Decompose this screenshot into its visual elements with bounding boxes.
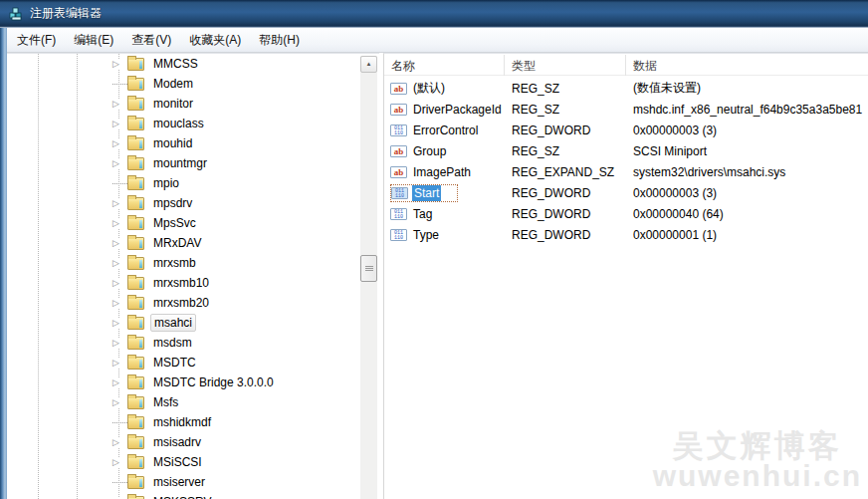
column-header-type[interactable]: 类型	[505, 55, 626, 76]
window-title: 注册表编辑器	[30, 5, 102, 22]
dword-value-icon: 011110	[390, 125, 407, 136]
value-data: 0x00000001 (1)	[626, 228, 868, 242]
value-row-imagepath[interactable]: abImagePathREG_EXPAND_SZsystem32\drivers…	[384, 161, 868, 182]
value-row--[interactable]: ab(默认)REG_SZ(数值未设置)	[384, 78, 868, 99]
chevron-right-icon[interactable]: ▷	[112, 458, 127, 467]
folder-icon	[127, 476, 144, 489]
value-row-type[interactable]: 011110TypeREG_DWORD0x00000001 (1)	[384, 224, 868, 245]
tree-item-msiserver[interactable]: msiserver	[7, 472, 379, 492]
tree-item-mpio[interactable]: mpio	[7, 173, 379, 193]
menu-item-favorites[interactable]: 收藏夹(A)	[180, 29, 250, 52]
menu-item-help[interactable]: 帮助(H)	[250, 29, 309, 52]
value-row-start[interactable]: 011110StartREG_DWORD0x00000003 (3)	[384, 182, 868, 203]
chevron-right-icon[interactable]: ▷	[112, 359, 127, 368]
folder-icon	[127, 396, 144, 409]
folder-icon	[127, 237, 144, 250]
tree-items: ▷MMCSSModem▷monitor▷mouclass▷mouhid▷moun…	[7, 54, 379, 499]
tree-item-msdtc[interactable]: ▷MSDTC	[7, 353, 379, 373]
chevron-right-icon[interactable]: ▷	[112, 438, 127, 447]
tree-vertical-scrollbar[interactable]: ▲	[360, 56, 377, 499]
tree-item-mshidkmdf[interactable]: mshidkmdf	[7, 412, 379, 432]
tree-item-label: mouclass	[150, 116, 207, 131]
chevron-right-icon[interactable]: ▷	[112, 239, 127, 248]
scrollbar-thumb[interactable]	[360, 255, 377, 282]
tree-leaf-connector	[112, 183, 127, 184]
registry-editor-icon	[8, 6, 24, 22]
menu-item-edit[interactable]: 编辑(E)	[65, 29, 122, 52]
tree-item-monitor[interactable]: ▷monitor	[7, 94, 379, 114]
registry-editor-window: 注册表编辑器 文件(F)编辑(E)查看(V)收藏夹(A)帮助(H) ▷MMCSS…	[0, 0, 868, 499]
value-name-cell: abDriverPackageId	[384, 102, 505, 118]
chevron-right-icon[interactable]: ▷	[112, 378, 127, 387]
value-type: REG_EXPAND_SZ	[505, 165, 626, 179]
tree-item-msisadrv[interactable]: ▷msisadrv	[7, 432, 379, 452]
menu-item-view[interactable]: 查看(V)	[122, 29, 180, 52]
column-header-data[interactable]: 数据	[626, 55, 868, 76]
tree-item-msahci[interactable]: ▷msahci	[7, 313, 379, 333]
value-row-errorcontrol[interactable]: 011110ErrorControlREG_DWORD0x00000003 (3…	[384, 120, 868, 140]
folder-icon	[127, 118, 144, 130]
chevron-right-icon[interactable]: ▷	[112, 60, 127, 69]
tree-item-mountmgr[interactable]: ▷mountmgr	[7, 153, 379, 173]
tree-item-label: mrxsmb10	[150, 275, 212, 291]
tree-item-mskssrv[interactable]: ▷MSKSSRV	[7, 492, 379, 499]
chevron-right-icon[interactable]: ▷	[112, 398, 127, 407]
tree-item-msfs[interactable]: ▷Msfs	[7, 392, 379, 412]
value-row-driverpackageid[interactable]: abDriverPackageIdREG_SZmshdc.inf_x86_neu…	[384, 99, 868, 120]
values-header-row: 名称 类型 数据	[384, 55, 868, 76]
tree-item-mpsdrv[interactable]: ▷mpsdrv	[7, 193, 379, 213]
tree-item-label: msdsm	[150, 335, 195, 351]
value-name-cell: 011110Start	[384, 184, 505, 202]
tree-item-label: msahci	[150, 314, 196, 332]
chevron-right-icon[interactable]: ▷	[112, 159, 127, 168]
menu-item-file[interactable]: 文件(F)	[8, 29, 65, 52]
tree-item-msiscsi[interactable]: ▷MSiSCSI	[7, 452, 379, 472]
tree-item-label: monitor	[150, 96, 196, 112]
chevron-right-icon[interactable]: ▷	[112, 279, 127, 288]
chevron-right-icon[interactable]: ▷	[112, 139, 127, 148]
tree-item-modem[interactable]: Modem	[7, 74, 379, 94]
scroll-up-button[interactable]: ▲	[360, 56, 377, 73]
value-row-group[interactable]: abGroupREG_SZSCSI Miniport	[384, 140, 868, 161]
tree-item-mmcss[interactable]: ▷MMCSS	[7, 54, 379, 74]
registry-values-panel[interactable]: 名称 类型 数据 ab(默认)REG_SZ(数值未设置)abDriverPack…	[383, 53, 868, 499]
chevron-right-icon[interactable]: ▷	[112, 199, 127, 208]
value-data: 0x00000040 (64)	[626, 207, 868, 221]
folder-icon	[127, 58, 144, 71]
value-data: SCSI Miniport	[626, 144, 868, 158]
tree-item-label: mpio	[150, 175, 182, 191]
folder-icon	[127, 257, 144, 270]
tree-item-mouhid[interactable]: ▷mouhid	[7, 133, 379, 153]
tree-item-mouclass[interactable]: ▷mouclass	[7, 114, 379, 133]
value-row-tag[interactable]: 011110TagREG_DWORD0x00000040 (64)	[384, 203, 868, 224]
tree-item-msdtc-bridge-3-0-0-0[interactable]: ▷MSDTC Bridge 3.0.0.0	[7, 373, 379, 392]
tree-item-label: mshidkmdf	[150, 414, 214, 430]
tree-item-mpssvc[interactable]: ▷MpsSvc	[7, 213, 379, 233]
tree-item-mrxsmb10[interactable]: ▷mrxsmb10	[7, 273, 379, 293]
tree-item-mrxsmb20[interactable]: ▷mrxsmb20	[7, 293, 379, 313]
value-type: REG_SZ	[505, 103, 626, 117]
column-header-name[interactable]: 名称	[384, 55, 505, 76]
folder-icon	[127, 197, 144, 210]
chevron-right-icon[interactable]: ▷	[112, 339, 127, 348]
tree-item-mrxdav[interactable]: ▷MRxDAV	[7, 233, 379, 253]
chevron-right-icon[interactable]: ▷	[112, 259, 127, 268]
chevron-right-icon[interactable]: ▷	[112, 299, 127, 308]
values-rows: ab(默认)REG_SZ(数值未设置)abDriverPackageIdREG_…	[384, 78, 868, 499]
chevron-right-icon[interactable]: ▷	[112, 120, 127, 128]
tree-item-mrxsmb[interactable]: ▷mrxsmb	[7, 253, 379, 273]
folder-icon	[127, 137, 144, 150]
value-name-cell: 011110Tag	[384, 206, 505, 222]
tree-item-msdsm[interactable]: ▷msdsm	[7, 333, 379, 353]
folder-icon	[127, 416, 144, 429]
folder-icon	[127, 357, 144, 370]
chevron-right-icon[interactable]: ▷	[112, 319, 127, 328]
chevron-right-icon[interactable]: ▷	[112, 100, 127, 109]
folder-icon	[127, 376, 144, 389]
title-bar[interactable]: 注册表编辑器	[0, 0, 868, 28]
registry-tree-panel[interactable]: ▷MMCSSModem▷monitor▷mouclass▷mouhid▷moun…	[7, 53, 379, 499]
tree-item-label: MSDTC	[150, 355, 199, 371]
value-data: mshdc.inf_x86_neutral_f64b9c35a3a5be81	[626, 103, 868, 117]
menu-bar: 文件(F)编辑(E)查看(V)收藏夹(A)帮助(H)	[3, 28, 868, 53]
chevron-right-icon[interactable]: ▷	[112, 219, 127, 228]
